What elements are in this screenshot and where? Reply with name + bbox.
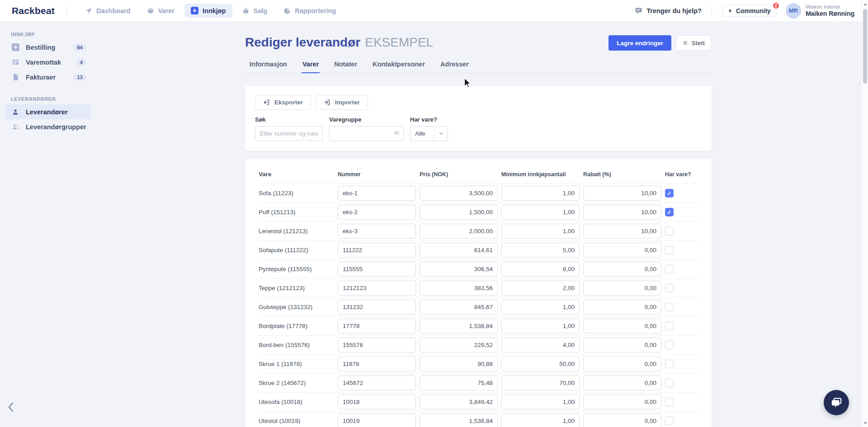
min-qty-input[interactable] xyxy=(501,319,580,333)
community-button[interactable]: Community 2 xyxy=(722,5,778,17)
discount-input[interactable] xyxy=(583,186,661,201)
tab-informasjon[interactable]: Informasjon xyxy=(249,61,288,73)
has-item-checkbox[interactable]: ✓ xyxy=(665,379,674,387)
has-item-checkbox[interactable]: ✓ xyxy=(665,246,674,254)
scroll-up-icon[interactable] xyxy=(862,1,868,8)
discount-input[interactable] xyxy=(583,300,661,314)
sidebar-item-varemottak[interactable]: Varemottak 4 xyxy=(5,55,91,70)
price-input[interactable] xyxy=(420,413,498,427)
nav-innkjop[interactable]: Innkjøp xyxy=(184,4,232,18)
min-qty-input[interactable] xyxy=(501,281,580,296)
discount-input[interactable] xyxy=(583,262,661,277)
min-qty-input[interactable] xyxy=(501,394,580,409)
min-qty-input[interactable] xyxy=(501,243,580,258)
chat-launcher-button[interactable] xyxy=(824,390,849,415)
discount-input[interactable] xyxy=(583,224,661,239)
price-input[interactable] xyxy=(420,300,498,314)
has-item-checkbox[interactable]: ✓ xyxy=(665,189,674,197)
sidebar-item-bestilling[interactable]: Bestilling 84 xyxy=(5,40,91,55)
discount-input[interactable] xyxy=(583,394,661,409)
discount-input[interactable] xyxy=(583,319,661,333)
min-qty-input[interactable] xyxy=(501,186,580,201)
delete-button[interactable]: ✕ Slett xyxy=(676,35,712,51)
nav-salg[interactable]: Salg xyxy=(236,4,274,18)
user-menu[interactable]: Maiken Interiør Maiken Rønning xyxy=(806,4,854,18)
tab-adresser[interactable]: Adresser xyxy=(439,61,470,73)
price-input[interactable] xyxy=(420,394,498,409)
price-input[interactable] xyxy=(420,338,498,352)
price-input[interactable] xyxy=(420,186,498,201)
min-qty-input[interactable] xyxy=(501,375,580,390)
price-input[interactable] xyxy=(420,262,498,277)
scroll-down-icon[interactable] xyxy=(862,419,868,426)
has-item-checkbox[interactable]: ✓ xyxy=(665,417,674,425)
sidebar-item-leverandorer[interactable]: Leverandører xyxy=(5,104,91,119)
collapse-sidebar-chevron-icon[interactable] xyxy=(7,402,14,414)
has-item-checkbox[interactable]: ✓ xyxy=(665,322,674,330)
discount-input[interactable] xyxy=(583,413,661,427)
tab-kontaktpersoner[interactable]: Kontaktpersoner xyxy=(372,61,426,73)
has-item-checkbox[interactable]: ✓ xyxy=(665,208,674,216)
discount-input[interactable] xyxy=(583,243,661,258)
number-input[interactable] xyxy=(338,186,416,201)
has-item-checkbox[interactable]: ✓ xyxy=(665,227,674,235)
number-input[interactable] xyxy=(338,413,416,427)
price-input[interactable] xyxy=(420,243,498,258)
has-item-checkbox[interactable]: ✓ xyxy=(665,303,674,311)
has-item-select[interactable]: Alle xyxy=(410,126,448,141)
search-input[interactable] xyxy=(255,126,323,141)
number-input[interactable] xyxy=(338,243,416,258)
min-qty-input[interactable] xyxy=(501,224,580,239)
scrollbar-thumb[interactable] xyxy=(863,9,867,84)
discount-input[interactable] xyxy=(583,281,661,296)
number-input[interactable] xyxy=(338,281,416,296)
import-button[interactable]: Importer xyxy=(316,95,368,110)
number-input[interactable] xyxy=(338,319,416,333)
has-item-checkbox[interactable]: ✓ xyxy=(665,265,674,273)
price-input[interactable] xyxy=(420,205,498,220)
page-scrollbar[interactable] xyxy=(861,0,868,427)
number-input[interactable] xyxy=(338,338,416,352)
has-item-checkbox[interactable]: ✓ xyxy=(665,398,674,406)
price-input[interactable] xyxy=(420,224,498,239)
price-input[interactable] xyxy=(420,281,498,296)
number-input[interactable] xyxy=(338,224,416,239)
sidebar-item-fakturaer[interactable]: Fakturaer 13 xyxy=(5,70,91,84)
paper-plane-icon xyxy=(85,7,92,14)
price-input[interactable] xyxy=(420,319,498,333)
price-input[interactable] xyxy=(420,357,498,371)
number-input[interactable] xyxy=(338,357,416,371)
help-link[interactable]: Trenger du hjelp? xyxy=(635,7,702,14)
number-input[interactable] xyxy=(338,394,416,409)
has-item-checkbox[interactable]: ✓ xyxy=(665,284,674,292)
number-input[interactable] xyxy=(338,300,416,314)
has-item-checkbox[interactable]: ✓ xyxy=(665,360,674,368)
min-qty-input[interactable] xyxy=(501,262,580,277)
min-qty-input[interactable] xyxy=(501,357,580,371)
min-qty-input[interactable] xyxy=(501,413,580,427)
tab-varer[interactable]: Varer xyxy=(302,61,320,73)
export-button[interactable]: Eksporter xyxy=(255,95,311,110)
min-qty-input[interactable] xyxy=(501,300,580,314)
tab-notater[interactable]: Notater xyxy=(333,61,358,73)
min-qty-input[interactable] xyxy=(501,205,580,220)
header-vare: Vare xyxy=(259,171,338,178)
discount-input[interactable] xyxy=(583,205,661,220)
number-input[interactable] xyxy=(338,262,416,277)
has-item-checkbox[interactable]: ✓ xyxy=(665,341,674,349)
min-qty-input[interactable] xyxy=(501,338,580,352)
discount-input[interactable] xyxy=(583,375,661,390)
sidebar-item-leverandorgrupper[interactable]: Leverandørgrupper xyxy=(5,119,91,134)
discount-input[interactable] xyxy=(583,338,661,352)
discount-input[interactable] xyxy=(583,357,661,371)
number-input[interactable] xyxy=(338,375,416,390)
number-input[interactable] xyxy=(338,205,416,220)
product-group-input[interactable] xyxy=(329,126,404,141)
app-logo[interactable]: Rackbeat xyxy=(0,5,66,16)
nav-rapportering[interactable]: Rapportering xyxy=(277,4,342,18)
price-input[interactable] xyxy=(420,375,498,390)
save-button[interactable]: Lagre endringer xyxy=(609,35,671,51)
nav-dashboard[interactable]: Dashboard xyxy=(79,4,137,18)
avatar[interactable]: MR xyxy=(786,3,801,19)
nav-varer[interactable]: Varer xyxy=(141,4,181,18)
